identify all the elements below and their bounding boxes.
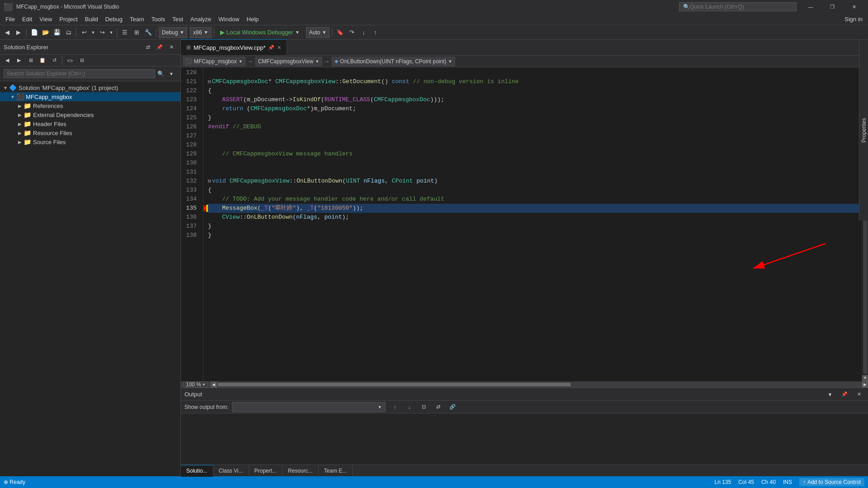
quick-launch-input[interactable] — [690, 4, 780, 10]
solution-explorer-button[interactable]: ☰ — [119, 27, 130, 38]
tree-item-project[interactable]: ▼ ⬛ MFCapp_msgbox — [0, 92, 180, 101]
se-properties-button[interactable]: ⊞ — [25, 55, 36, 66]
menu-debug[interactable]: Debug — [102, 15, 126, 23]
output-scroll-up[interactable]: ↑ — [389, 402, 400, 413]
se-showallfiles-button[interactable]: 📋 — [37, 55, 48, 66]
save-all-button[interactable]: 🗂 — [63, 27, 74, 38]
nav-class-dropdown[interactable]: CMFCappmsgboxView ▼ — [255, 56, 322, 66]
resource-files-label: Resource Files — [33, 130, 72, 136]
tree-item-solution[interactable]: ▼ 🔷 Solution 'MFCapp_msgbox' (1 project) — [0, 83, 180, 92]
properties-button[interactable]: ⊞ — [131, 27, 142, 38]
back-button[interactable]: ◀ — [2, 27, 13, 38]
restore-button[interactable]: ❐ — [822, 0, 843, 14]
output-clear-btn[interactable]: ⊡ — [418, 402, 429, 413]
tree-item-references[interactable]: ▶ 📁 References — [0, 101, 180, 110]
redo-button[interactable]: ↪ — [97, 27, 108, 38]
bottom-tab-team[interactable]: Team E... — [319, 465, 353, 477]
menu-window[interactable]: Window — [215, 15, 243, 23]
output-dropdown-arrow[interactable]: ▼ — [825, 389, 835, 400]
se-search-button[interactable]: 🔍 — [155, 68, 166, 79]
se-close-button[interactable]: ✕ — [166, 42, 177, 52]
horiz-scroll-track[interactable] — [218, 383, 861, 386]
menu-tools[interactable]: Tools — [148, 15, 169, 23]
bottom-tab-resources[interactable]: Resourc... — [283, 465, 319, 477]
menu-project[interactable]: Project — [56, 15, 81, 23]
horiz-scroll-left-button[interactable]: ◀ — [211, 381, 217, 388]
menu-help[interactable]: Help — [243, 15, 263, 23]
output-word-wrap[interactable]: ⇄ — [433, 402, 443, 413]
undo-button[interactable]: ↩ — [79, 27, 90, 38]
collapse-121[interactable]: ⊟ — [208, 77, 211, 86]
tree-item-source-files[interactable]: ▶ 📁 Source Files — [0, 137, 180, 146]
nav-member-dropdown[interactable]: ◆ OnLButtonDown(UINT nFlags, CPoint poin… — [331, 56, 455, 66]
minimize-button[interactable]: — — [800, 0, 821, 14]
menu-view[interactable]: View — [36, 15, 56, 23]
code-content[interactable]: ⊟CMFCappmsgboxDoc* CMFCappmsgboxView::Ge… — [203, 67, 862, 381]
sign-in-button[interactable]: Sign in — [841, 15, 866, 23]
close-button[interactable]: ✕ — [844, 0, 864, 14]
menu-team[interactable]: Team — [126, 15, 148, 23]
code-editor[interactable]: 120 121 122 123 124 125 126 127 128 129 … — [181, 67, 868, 381]
step-into-button[interactable]: ↓ — [358, 27, 369, 38]
properties-sidebar-label[interactable]: Properties — [861, 118, 867, 143]
add-to-source-control-button[interactable]: ↑ Add to Source Control — [799, 478, 864, 486]
properties-sidebar[interactable]: Properties — [859, 40, 868, 221]
new-project-button[interactable]: 📄 — [29, 27, 40, 38]
se-forward-button[interactable]: ▶ — [14, 55, 24, 66]
se-filter-button[interactable]: ▼ — [166, 68, 177, 79]
toolbar-separator-5 — [214, 28, 214, 37]
step-out-button[interactable]: ↑ — [370, 27, 381, 38]
tab-active-file[interactable]: ⊞ MFCapp_msgboxView.cpp* 📌 ✕ — [181, 39, 287, 55]
output-close-button[interactable]: ✕ — [854, 389, 864, 400]
output-scroll-down[interactable]: ↓ — [404, 402, 415, 413]
collapse-132[interactable]: ⊟ — [208, 177, 211, 186]
bottom-tab-solution[interactable]: Solutio... — [181, 465, 213, 477]
start-debugger-button[interactable]: ▶ Local Windows Debugger ▼ — [217, 28, 303, 37]
tab-pin-icon[interactable]: 📌 — [268, 45, 274, 51]
se-back-button[interactable]: ◀ — [2, 55, 13, 66]
se-code-view-button[interactable]: <> — [65, 55, 75, 66]
status-ins[interactable]: INS — [783, 479, 792, 485]
open-file-button[interactable]: 📂 — [40, 27, 51, 38]
se-collapse-button[interactable]: ⊟ — [76, 55, 87, 66]
tab-close-icon[interactable]: ✕ — [277, 45, 281, 51]
tree-item-header-files[interactable]: ▶ 📁 Header Files — [0, 119, 180, 128]
status-col[interactable]: Col 45 — [738, 479, 754, 485]
bookmark-button[interactable]: 🔖 — [335, 27, 345, 38]
se-pin-button[interactable]: 📌 — [154, 42, 165, 52]
platform-dropdown[interactable]: x86 ▼ — [190, 27, 211, 38]
menu-test[interactable]: Test — [169, 15, 187, 23]
status-ch[interactable]: Ch 40 — [761, 479, 776, 485]
redo-dropdown[interactable]: ▼ — [108, 27, 114, 38]
menu-analyze[interactable]: Analyze — [187, 15, 215, 23]
output-source-dropdown[interactable]: ▼ — [232, 402, 386, 412]
scroll-down-button[interactable]: ▼ — [862, 375, 868, 381]
save-button[interactable]: 💾 — [52, 27, 62, 38]
tree-item-resource-files[interactable]: ▶ 📁 Resource Files — [0, 128, 180, 137]
status-ln[interactable]: Ln 135 — [714, 479, 731, 485]
step-over-button[interactable]: ↷ — [346, 27, 357, 38]
horiz-scroll-right-button[interactable]: ▶ — [862, 381, 868, 388]
tree-item-external-deps[interactable]: ▶ 📁 External Dependencies — [0, 110, 180, 119]
nav-project-dropdown[interactable]: ⬛ MFCapp_msgbox ▼ — [183, 56, 246, 66]
output-pin-button[interactable]: 📌 — [839, 389, 850, 400]
status-ready[interactable]: ⊕ Ready — [4, 479, 25, 485]
line-num-126: 126 — [181, 122, 199, 131]
se-sync-button[interactable]: ⇄ — [142, 42, 153, 52]
menu-file[interactable]: File — [2, 15, 19, 23]
menu-edit[interactable]: Edit — [19, 15, 36, 23]
output-link-btn[interactable]: 🔗 — [447, 402, 458, 413]
debug-config-dropdown[interactable]: Debug ▼ — [159, 27, 187, 38]
horiz-scroll-thumb[interactable] — [218, 383, 571, 386]
bottom-tab-properties[interactable]: Propert... — [249, 465, 283, 477]
se-refresh-button[interactable]: ↺ — [49, 55, 60, 66]
toolbox-button[interactable]: 🔧 — [143, 27, 154, 38]
menu-build[interactable]: Build — [81, 15, 102, 23]
auto-dropdown[interactable]: Auto ▼ — [306, 27, 330, 38]
se-search-input[interactable] — [4, 69, 155, 78]
quick-launch-box[interactable]: 🔍 — [679, 2, 797, 11]
zoom-dropdown[interactable]: 100 % ▼ — [184, 381, 208, 388]
forward-button[interactable]: ▶ — [13, 27, 24, 38]
undo-dropdown[interactable]: ▼ — [90, 27, 96, 38]
bottom-tab-classview[interactable]: Class Vi... — [213, 465, 249, 477]
